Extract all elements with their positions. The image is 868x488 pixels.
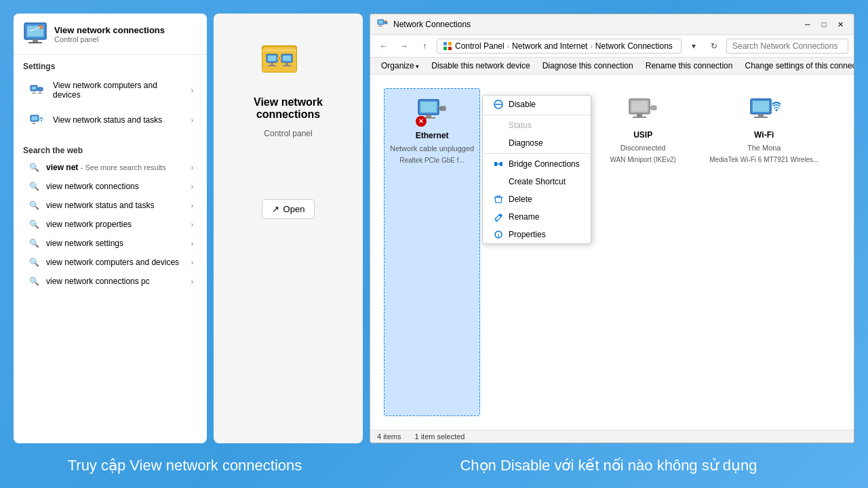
breadcrumb-part-3: Network Connections: [595, 41, 673, 51]
svg-rect-66: [494, 162, 497, 166]
ctx-disable[interactable]: Disable: [483, 96, 591, 113]
svg-rect-42: [420, 102, 437, 113]
network-status-icon: [27, 110, 46, 129]
svg-rect-45: [440, 106, 446, 110]
connection-wifi[interactable]: Wi-Fi The Mona MediaTek Wi-Fi 6 MT7921 W…: [704, 88, 824, 416]
chevron-right-icon-9: ›: [191, 278, 193, 285]
refresh-button[interactable]: ↻: [706, 38, 722, 54]
svg-rect-40: [448, 47, 452, 50]
svg-rect-12: [38, 93, 42, 94]
search-icon-5: 🔍: [27, 239, 41, 248]
properties-icon: i: [494, 230, 503, 239]
ctx-rename-label: Rename: [509, 212, 539, 222]
svg-rect-43: [426, 115, 431, 117]
network-connections-icon: [23, 22, 47, 46]
search-icon-4: 🔍: [27, 220, 41, 229]
svg-rect-24: [283, 56, 291, 61]
web-item-view-net[interactable]: 🔍 view net - See more search results ›: [23, 158, 197, 177]
network-connections-app-icon: [261, 34, 315, 88]
search-icon-1: 🔍: [27, 163, 41, 172]
ctx-shortcut[interactable]: Create Shortcut: [483, 173, 591, 190]
network-computers-label: View network computers and devices: [53, 81, 184, 100]
search-result-header[interactable]: View network connections Control panel: [14, 14, 207, 55]
web-item-5[interactable]: 🔍 view network computers and devices ›: [23, 253, 197, 272]
chevron-right-icon-3: ›: [191, 164, 193, 171]
disable-button[interactable]: Disable this network device: [426, 59, 535, 73]
ctx-properties[interactable]: i Properties: [483, 226, 591, 243]
ctx-disable-label: Disable: [509, 100, 536, 109]
svg-rect-38: [448, 42, 452, 45]
search-result-subtitle: Control panel: [54, 35, 165, 43]
svg-rect-7: [32, 87, 36, 89]
search-input[interactable]: [726, 39, 848, 54]
change-settings-button[interactable]: Change settings of this connection: [739, 59, 854, 73]
back-button[interactable]: ←: [376, 38, 392, 54]
svg-rect-30: [283, 65, 291, 66]
ctx-delete[interactable]: Delete: [483, 190, 591, 208]
usip2-adapter: WAN Miniport (IKEv2): [610, 156, 675, 163]
connection-usip2[interactable]: USIP Disconnected WAN Miniport (IKEv2): [602, 88, 684, 416]
web-item-6[interactable]: 🔍 view network connections pc ›: [23, 272, 197, 291]
usip2-name: USIP: [633, 130, 652, 140]
items-count: 4 items: [377, 432, 401, 441]
chevron-right-icon-2: ›: [191, 117, 193, 124]
search-icon-2: 🔍: [27, 182, 41, 191]
diagnose-button[interactable]: Diagnose this connection: [537, 59, 639, 73]
close-button[interactable]: ✕: [833, 18, 847, 30]
web-item-label-1: view network connections: [46, 182, 186, 191]
ctx-diagnose[interactable]: Diagnose: [483, 134, 591, 152]
sidebar-item-network-status[interactable]: View network status and tasks ›: [23, 105, 197, 135]
ctx-rename[interactable]: Rename: [483, 208, 591, 226]
minimize-button[interactable]: ─: [801, 18, 814, 30]
ctx-bridge[interactable]: Bridge Connections: [483, 155, 591, 173]
open-button[interactable]: ↗ Open: [262, 199, 315, 219]
svg-rect-67: [500, 162, 502, 166]
breadcrumb-sep-2: ›: [590, 43, 592, 50]
window-controls: ─ □ ✕: [801, 18, 847, 30]
web-item-4[interactable]: 🔍 view network settings ›: [23, 234, 197, 253]
svg-rect-8: [38, 87, 43, 91]
connection-ethernet[interactable]: ✕ Ethernet Network cable unplugged Realt…: [384, 88, 480, 416]
dropdown-button[interactable]: ▾: [686, 38, 702, 54]
web-item-1[interactable]: 🔍 view network connections ›: [23, 177, 197, 196]
web-item-label-2: view network status and tasks: [46, 201, 186, 210]
web-item-3[interactable]: 🔍 view network properties ›: [23, 215, 197, 234]
chevron-right-icon-5: ›: [191, 202, 193, 209]
svg-point-26: [278, 57, 281, 60]
caption-right: Chọn Disable với kết nối nào không sử dụ…: [363, 457, 854, 474]
usip2-status: Disconnected: [620, 144, 666, 152]
ctx-delete-label: Delete: [509, 195, 532, 204]
wifi-name: Wi-Fi: [754, 130, 774, 140]
window-icon: [377, 19, 388, 30]
organize-button[interactable]: Organize: [376, 59, 425, 73]
wifi-status: The Mona: [747, 144, 781, 152]
up-button[interactable]: ↑: [416, 38, 433, 54]
svg-rect-10: [32, 93, 36, 94]
selected-count: 1 item selected: [414, 432, 465, 441]
svg-rect-62: [754, 117, 768, 118]
window-titlebar: Network Connections ─ □ ✕: [370, 14, 854, 35]
ctx-status-label: Status: [509, 121, 532, 130]
caption-left-text: Truy cập View network connections: [68, 457, 302, 474]
search-icon-7: 🔍: [27, 277, 41, 286]
settings-section: Settings View network computers and devi…: [14, 55, 207, 139]
ctx-diagnose-label: Diagnose: [509, 138, 543, 148]
maximize-button[interactable]: □: [817, 18, 831, 30]
svg-rect-36: [378, 26, 382, 26]
toolbar: Organize Disable this network device Dia…: [370, 58, 854, 75]
chevron-right-icon-6: ›: [191, 221, 193, 228]
rename-button[interactable]: Rename this connection: [640, 59, 738, 73]
network-connections-window: Network Connections ─ □ ✕ ← → ↑ Control …: [370, 14, 854, 443]
web-item-2[interactable]: 🔍 view network status and tasks ›: [23, 196, 197, 215]
svg-rect-56: [633, 117, 646, 118]
ethernet-status: Network cable unplugged: [390, 144, 474, 152]
svg-rect-55: [637, 114, 642, 117]
svg-rect-37: [443, 42, 447, 45]
breadcrumb[interactable]: Control Panel › Network and Internet › N…: [437, 39, 682, 54]
sidebar-item-network-computers[interactable]: View network computers and devices ›: [23, 75, 197, 105]
search-panel: View network connections Control panel S…: [14, 14, 207, 443]
forward-button[interactable]: →: [396, 38, 412, 54]
chevron-right-icon: ›: [191, 87, 193, 94]
open-label: Open: [283, 204, 305, 214]
svg-rect-39: [443, 47, 447, 50]
